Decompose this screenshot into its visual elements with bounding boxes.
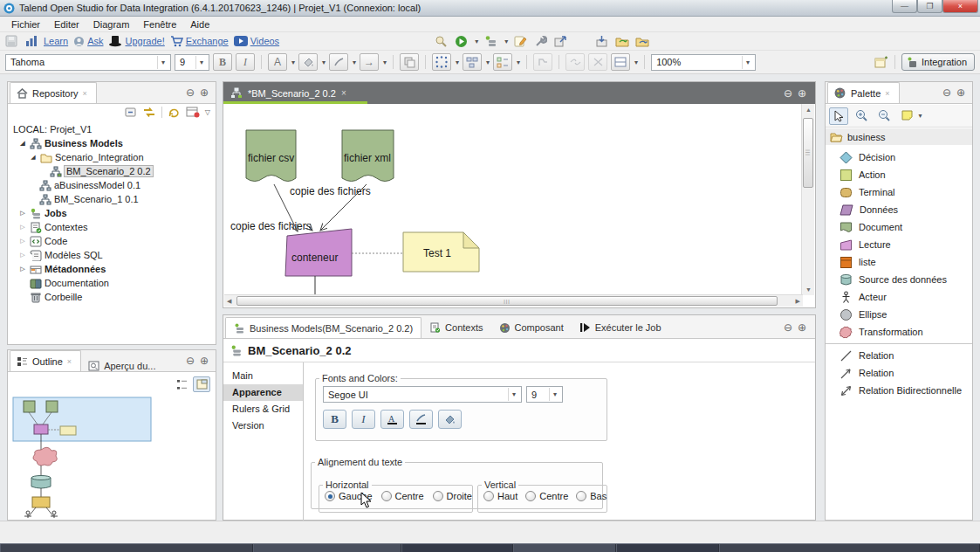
tree-mode-icon[interactable] [176,379,188,390]
align-tool-button[interactable] [463,53,482,71]
tab-executer-le-job[interactable]: Exécuter le Job [572,317,669,338]
repository-tab[interactable]: Repository × [10,82,97,103]
minimize-view-button[interactable]: ⊖ [186,355,195,367]
note-tool[interactable]: ▾ [897,107,927,125]
expand-arrow-icon[interactable]: ◢ [18,140,27,147]
outline-tab[interactable]: Outline × [10,350,81,371]
radio-centre-v[interactable]: Centre [525,491,568,501]
maximize-window-button[interactable]: ❐ [917,0,942,13]
vertical-scroll-thumb[interactable]: ||| [803,118,813,188]
italic-button[interactable]: I [236,53,255,71]
job-hierarchy-icon[interactable] [483,34,498,49]
import-items-icon[interactable] [594,34,609,49]
fill-color-button[interactable] [298,53,318,71]
font-size-combo[interactable]: 9▾ [175,54,209,71]
maximize-view-button[interactable]: ⊕ [798,321,806,334]
run-job-dropdown[interactable]: ▾ [475,38,478,45]
line-style-dropdown[interactable]: ▾ [383,59,387,66]
collapse-arrow-icon[interactable]: ▷ [18,252,27,259]
font-family-combo[interactable]: Tahoma▾ [5,54,171,71]
close-icon[interactable]: × [341,88,346,98]
radio-bas[interactable]: Bas [576,491,607,501]
exchange-link[interactable]: Exchange [170,36,229,47]
save-icon[interactable] [3,34,18,49]
font-color-button[interactable]: A [268,53,287,71]
collapse-arrow-icon[interactable]: ▷ [18,238,27,245]
menu-aide[interactable]: Aide [184,17,216,31]
diagram-canvas[interactable]: fichier csv fichier xml copie des fichie… [224,104,803,295]
minimize-view-button[interactable]: ⊖ [942,86,951,99]
palette-item-action[interactable]: Action [826,166,972,183]
switch-branch-icon[interactable] [142,107,156,118]
radio-haut[interactable]: Haut [483,491,517,501]
palette-item-acteur[interactable]: Acteur [826,288,972,306]
maximize-view-button[interactable]: ⊕ [200,86,209,99]
tree-item-contextes[interactable]: ▷ Contextes [8,220,216,234]
distribute-tool-dropdown[interactable]: ▾ [517,59,520,66]
tree-root[interactable]: LOCAL: Projet_V1 [8,122,216,136]
select-tool-button[interactable] [432,53,451,71]
integration-perspective-button[interactable]: Integration [901,53,975,71]
close-icon[interactable]: × [67,357,72,366]
palette-item-source-donnees[interactable]: Source des données [826,271,972,288]
refresh-repository-icon[interactable] [614,34,629,49]
collapse-arrow-icon[interactable]: ▷ [18,224,27,231]
palette-item-relation-plain[interactable]: Relation [826,347,972,364]
horizontal-scrollbar[interactable]: ◀ ||| ▶ [224,294,803,307]
line-color-dropdown[interactable]: ▾ [353,59,356,66]
view-menu-icon[interactable]: ▽ [205,108,210,116]
palette-drawer-business[interactable]: business [826,128,972,145]
stats-icon[interactable] [24,34,38,49]
shape-bold-button[interactable]: B [323,410,346,429]
relation-label-2[interactable]: copie des fichiers [230,220,312,232]
line-color-button[interactable] [329,53,348,71]
tree-item-abusinessmodel[interactable]: aBusinessModel 0.1 [8,178,216,192]
palette-item-decision[interactable]: Décision [826,148,972,166]
align-tool-dropdown[interactable]: ▾ [486,59,490,66]
menu-fichier[interactable]: Fichier [5,17,46,31]
scroll-up-arrow[interactable]: ▲ [805,107,812,113]
tree-item-metadonnees[interactable]: ▷ Métadonnées [8,262,216,276]
palette-item-donnees[interactable]: Données [826,201,972,218]
learn-link[interactable]: Learn [44,36,68,46]
palette-item-terminal[interactable]: Terminal [826,183,972,201]
tree-item-scenario-integration[interactable]: ◢ Scenario_Integration [8,150,216,164]
tree-item-code[interactable]: ▷ Code [8,234,216,248]
job-hierarchy-dropdown[interactable]: ▾ [504,38,508,45]
zoom-in-tool[interactable] [852,107,871,125]
palette-item-document[interactable]: Document [826,218,972,236]
refresh-icon[interactable] [168,107,181,118]
tab-contexts[interactable]: Contexts [421,317,490,338]
fill-color-dropdown[interactable]: ▾ [322,59,326,66]
tree-item-bm-scenario-2[interactable]: BM_Scenario_2 0.2 [8,164,216,178]
scroll-left-arrow[interactable]: ◀ [227,298,231,305]
nav-main[interactable]: Main [223,368,303,384]
edit-properties-icon[interactable] [513,34,528,49]
copy-appearance-button[interactable] [400,53,419,71]
outline-minimap[interactable] [11,396,214,518]
zoom-combo[interactable]: 100%▾ [651,54,756,71]
tree-item-business-models[interactable]: ◢ Business Models [8,136,216,150]
refresh-view-icon[interactable] [634,34,649,49]
maximize-view-button[interactable]: ⊕ [956,86,965,99]
vertical-scrollbar[interactable]: ▲ ||| ▼ [801,104,814,295]
grid-visibility-button[interactable] [611,53,630,71]
collapse-arrow-icon[interactable]: ▷ [18,266,27,273]
shape-line-color-button[interactable] [409,410,433,429]
ask-link[interactable]: Ask [73,36,103,47]
tree-item-jobs[interactable]: ▷ Jobs [8,206,216,220]
relation-label-1[interactable]: copie des fichiers [290,185,371,197]
radio-centre-h[interactable]: Centre [381,491,424,501]
select-cursor-tool[interactable] [829,107,848,125]
nav-rulers-grid[interactable]: Rulers & Grid [223,401,303,417]
wrench-icon[interactable] [533,34,548,49]
shape-fill-color-button[interactable] [438,410,462,429]
line-style-button[interactable]: → [360,53,379,71]
tab-business-models[interactable]: Business Models(BM_Scenario_2 0.2) [225,317,421,338]
minimize-window-button[interactable]: — [892,0,917,13]
shape-italic-button[interactable]: I [352,410,375,429]
radio-droite[interactable]: Droite [433,491,472,501]
activate-filter-icon[interactable] [186,107,200,118]
minimize-view-button[interactable]: ⊖ [784,87,792,100]
minimize-view-button[interactable]: ⊖ [186,86,195,99]
